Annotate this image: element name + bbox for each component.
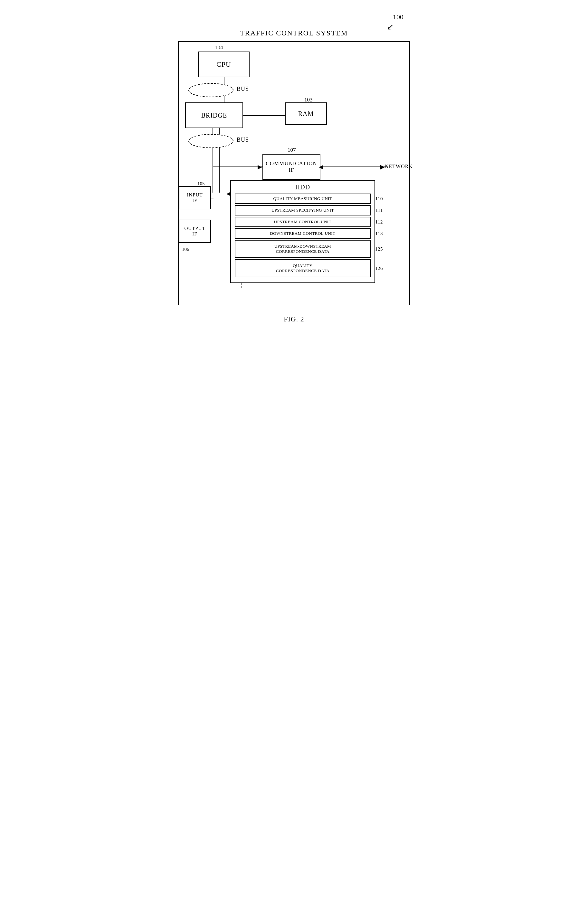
arrow-to-network-icon: ▶ xyxy=(380,163,385,170)
arrow-into-comm-icon: ▶ xyxy=(258,163,262,170)
ref-104: 104 xyxy=(215,44,223,51)
output-if-label-2: IF xyxy=(192,231,197,237)
hdd-item-downstream-control: DOWNSTREAM CONTROL UNIT 113 xyxy=(235,229,371,239)
hdd-block: HDD QUALITY MEASURING UNIT 110 UPSTREAM … xyxy=(230,180,375,283)
cpu-block: CPU xyxy=(198,52,250,77)
ram-label: RAM xyxy=(298,110,314,117)
hdd-item-quality-measuring-label: QUALITY MEASURING UNIT xyxy=(273,196,332,201)
comm-if-label-2: IF xyxy=(288,167,294,173)
hdd-item-upstream-control-label: UPSTREAM CONTROL UNIT xyxy=(274,219,331,224)
hdd-item-upstream-specifying-label: UPSTREAM SPECIFYING UNIT xyxy=(271,208,334,213)
hdd-item-quality-corr: QUALITYCORRESPONDENCE DATA 126 xyxy=(235,259,371,277)
fig-label: FIG. 2 xyxy=(178,315,410,323)
ref-110: 110 xyxy=(376,196,383,202)
ref-112: 112 xyxy=(376,219,383,225)
bridge-label: BRIDGE xyxy=(201,112,227,119)
hdd-item-upstream-specifying: UPSTREAM SPECIFYING UNIT 111 xyxy=(235,205,371,216)
bridge-block: BRIDGE xyxy=(185,102,243,128)
vline-bus-bridge xyxy=(224,97,225,102)
ram-block: RAM xyxy=(285,102,327,125)
hdd-item-downstream-control-label: DOWNSTREAM CONTROL UNIT xyxy=(270,231,335,236)
hdd-title: HDD xyxy=(235,184,371,191)
ref-105: 105 xyxy=(197,181,205,186)
cpu-label: CPU xyxy=(216,60,231,68)
system-title: TRAFFIC CONTROL SYSTEM xyxy=(178,29,410,37)
main-outer-box: 104 CPU BUS BRIDGE 103 RAM BUS 107 xyxy=(178,41,410,305)
ref-103: 103 xyxy=(304,97,313,103)
ref-113: 113 xyxy=(376,231,383,237)
hline-input-right xyxy=(211,198,214,198)
network-label: NETWORK xyxy=(385,164,413,170)
page-wrapper: 100 ↙ TRAFFIC CONTROL SYSTEM 104 CPU BUS… xyxy=(178,13,410,323)
hline-to-comm xyxy=(212,167,262,167)
ref-100: 100 xyxy=(393,13,404,21)
hdd-item-upstream-downstream-corr-label: UPSTREAM-DOWNSTREAMCORRESPONDENCE DATA xyxy=(274,244,331,254)
input-if-block: INPUT IF xyxy=(179,186,211,210)
ref-125: 125 xyxy=(375,246,383,252)
hdd-item-upstream-downstream-corr: UPSTREAM-DOWNSTREAMCORRESPONDENCE DATA 1… xyxy=(235,240,371,258)
hline-bridge-ram xyxy=(243,115,285,116)
bus-oval-bottom xyxy=(189,134,233,148)
arrow-100-icon: ↙ xyxy=(387,22,394,32)
output-if-label-1: OUTPUT xyxy=(184,226,205,231)
input-if-label-1: INPUT xyxy=(187,192,203,198)
hdd-item-upstream-control: UPSTREAM CONTROL UNIT 112 xyxy=(235,217,371,227)
bus-oval-top xyxy=(189,83,233,97)
arrow-from-network-icon: ◀ xyxy=(319,163,323,170)
ref-107: 107 xyxy=(288,147,296,153)
comm-if-label-1: COMMUNICATION xyxy=(266,160,317,167)
ref-126: 126 xyxy=(375,266,383,271)
hline-comm-to-right xyxy=(320,167,388,167)
comm-if-block: COMMUNICATION IF xyxy=(262,154,320,180)
ref-106: 106 xyxy=(182,247,189,252)
input-if-label-2: IF xyxy=(192,198,197,203)
hdd-item-quality-measuring: QUALITY MEASURING UNIT 110 xyxy=(235,194,371,204)
bus-label-bottom: BUS xyxy=(237,137,249,143)
bus-label-top: BUS xyxy=(237,86,249,92)
output-if-block: OUTPUT IF xyxy=(179,220,211,243)
hdd-item-quality-corr-label: QUALITYCORRESPONDENCE DATA xyxy=(276,263,330,273)
ref-111: 111 xyxy=(376,208,383,213)
